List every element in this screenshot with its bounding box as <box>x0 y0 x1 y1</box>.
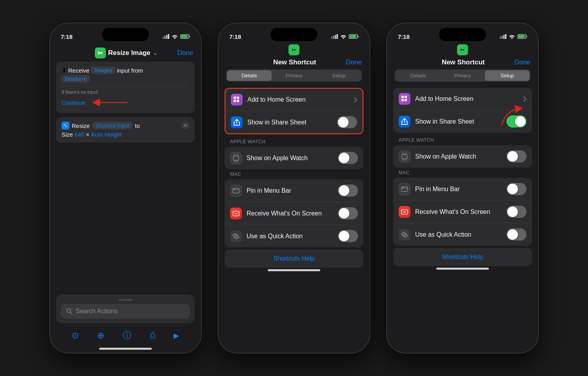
pin-menu-bar-3[interactable]: Pin in Menu Bar <box>393 178 532 200</box>
nowhere-chip[interactable]: Nowhere <box>62 75 90 83</box>
menu-bar-icon-2 <box>230 185 242 197</box>
app-icon: ✂ <box>95 47 106 58</box>
continue-button[interactable]: Continue <box>62 99 85 106</box>
quick-action-toggle-3[interactable] <box>506 228 526 241</box>
pin-menu-bar-2[interactable]: Pin in Menu Bar <box>225 179 363 202</box>
add-home-screen-item-3[interactable]: Add to Home Screen <box>393 88 532 110</box>
segment-setup-2[interactable]: Setup <box>316 70 361 81</box>
status-time-3: 7:18 <box>398 33 410 40</box>
svg-rect-32 <box>401 96 404 98</box>
wifi-icon-2 <box>340 34 347 39</box>
status-icons-2 <box>331 34 359 39</box>
shortcuts-help-2[interactable]: Shortcuts Help <box>225 250 363 268</box>
share-sheet-toggle-3[interactable] <box>506 115 526 128</box>
apple-watch-label-2: APPLE WATCH <box>225 139 363 147</box>
svg-rect-2 <box>166 35 167 39</box>
svg-rect-29 <box>505 34 506 39</box>
receive-screen-label-2: Receive What's On Screen <box>247 210 333 217</box>
svg-rect-34 <box>401 99 404 101</box>
apple-watch-toggle-3[interactable] <box>506 150 526 162</box>
if-no-input-label: If there's no input: <box>62 89 189 95</box>
mac-section-2: MAC Pin in Menu Bar Receive What's On Sc… <box>225 172 363 247</box>
toggle-knob-2 <box>339 153 349 163</box>
segment-privacy-2[interactable]: Privacy <box>272 70 316 81</box>
segment-privacy-3[interactable]: Privacy <box>440 70 485 81</box>
search-bar-container: Search Actions <box>56 294 195 323</box>
gear-icon-3 <box>401 231 408 238</box>
share-sheet-section: Add to Home Screen Show in Share Sheet <box>225 88 363 134</box>
dynamic-island <box>102 28 149 41</box>
share-icon-3 <box>401 118 408 125</box>
add-home-screen-label-3: Add to Home Screen <box>415 95 519 102</box>
share-icon[interactable]: ⎙ <box>150 330 155 341</box>
screen-capture-icon <box>232 211 240 216</box>
apple-watch-icon <box>233 154 239 162</box>
pin-menu-bar-toggle-2[interactable] <box>338 184 358 197</box>
apple-watch-section-3: APPLE WATCH Show on Apple Watch <box>393 137 532 168</box>
phone-2-header: New Shortcut Done <box>225 56 363 69</box>
add-home-screen-item-2[interactable]: Add to Home Screen <box>225 89 363 111</box>
svg-rect-28 <box>503 35 505 39</box>
phone-2-content: New Shortcut Done Details Privacy Setup <box>218 56 370 354</box>
chevron-icon: ⌄ <box>153 50 158 56</box>
shortcuts-help-3[interactable]: Shortcuts Help <box>393 248 532 266</box>
segment-details-3[interactable]: Details <box>396 70 440 81</box>
bottom-toolbar: ⊙ ⊕ ⓘ ⎙ ▶ <box>56 327 195 346</box>
nowhere-row: Nowhere <box>62 75 189 83</box>
mac-list-2: Pin in Menu Bar Receive What's On Screen <box>225 179 363 247</box>
receive-screen-toggle-2[interactable] <box>338 207 358 219</box>
pin-menu-bar-label-3: Pin in Menu Bar <box>415 186 502 193</box>
undo-icon[interactable]: ⊙ <box>72 330 79 341</box>
show-apple-watch-3[interactable]: Show on Apple Watch <box>393 145 532 168</box>
gear-icon-2 <box>230 230 242 242</box>
chevron-right-icon <box>354 97 357 102</box>
add-home-screen-label-2: Add to Home Screen <box>247 96 349 103</box>
done-button[interactable]: Done <box>177 49 193 57</box>
quick-action-3[interactable]: Use as Quick Action <box>393 223 532 246</box>
segment-setup-3[interactable]: Setup <box>485 70 530 81</box>
share-sheet-label-2: Show in Share Sheet <box>247 119 332 126</box>
close-button[interactable]: ✕ <box>181 122 189 130</box>
share-sheet-item-3[interactable]: Show in Share Sheet <box>393 110 532 133</box>
receive-screen-toggle-3[interactable] <box>506 206 526 218</box>
images-chip[interactable]: Images <box>91 66 115 74</box>
shortcut-input-chip[interactable]: Shortcut Input <box>92 122 132 130</box>
phone-3-content: New Shortcut Done Details Privacy Setup <box>387 56 538 354</box>
pin-menu-bar-toggle-3[interactable] <box>506 183 526 195</box>
quick-action-2[interactable]: Use as Quick Action <box>225 225 363 247</box>
search-bar[interactable]: Search Actions <box>61 304 190 319</box>
svg-rect-33 <box>405 96 407 98</box>
show-apple-watch-2[interactable]: Show on Apple Watch <box>225 147 363 169</box>
home-screen-icon-3 <box>399 93 410 105</box>
resize-icon: ⤡ <box>62 122 69 130</box>
receive-screen-3[interactable]: Receive What's On Screen <box>393 200 532 223</box>
svg-rect-13 <box>350 35 356 38</box>
run-icon[interactable]: ▶ <box>174 331 179 340</box>
share-sheet-toggle-2[interactable] <box>337 116 357 128</box>
phone-2-done[interactable]: Done <box>346 58 362 66</box>
receive-screen-2[interactable]: Receive What's On Screen <box>225 202 363 225</box>
home-indicator <box>99 348 152 350</box>
phone-3-header: New Shortcut Done <box>393 56 532 69</box>
resize-label: Resize <box>72 122 90 129</box>
info-icon[interactable]: ⓘ <box>123 330 131 341</box>
apple-watch-toggle-2[interactable] <box>338 152 358 164</box>
width-value[interactable]: 640 <box>74 131 84 138</box>
shortcut-app-icon-3: ✂ <box>457 44 468 55</box>
share-sheet-item-2[interactable]: Show in Share Sheet <box>225 111 363 133</box>
phone-3-done[interactable]: Done <box>514 58 530 66</box>
details-list-2: Add to Home Screen Show in Share Sheet <box>225 89 363 133</box>
add-icon[interactable]: ⊕ <box>97 330 104 341</box>
height-value[interactable]: Auto Height <box>91 131 122 138</box>
signal-icon-2 <box>331 34 338 39</box>
svg-rect-35 <box>405 99 407 101</box>
toggle-knob-on <box>515 116 526 127</box>
segment-details-2[interactable]: Details <box>227 70 272 81</box>
nav-bar: ✂ Resize Image ⌄ Done <box>56 44 195 62</box>
svg-rect-25 <box>233 211 239 216</box>
window-icon <box>232 188 240 193</box>
home-indicator-2 <box>268 269 320 271</box>
quick-action-toggle-2[interactable] <box>338 230 358 242</box>
share-sheet-label-3: Show in Share Sheet <box>415 118 502 125</box>
svg-point-41 <box>402 187 403 188</box>
